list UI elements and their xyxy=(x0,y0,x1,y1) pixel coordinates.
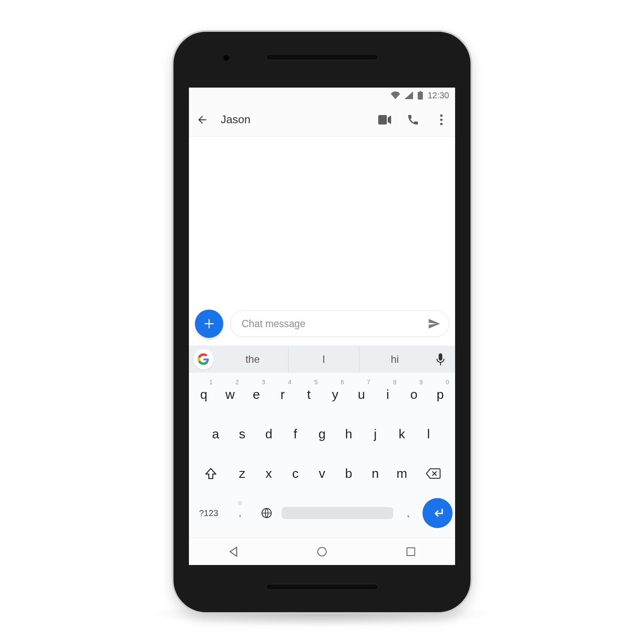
key-v[interactable]: v xyxy=(310,456,334,491)
key-k[interactable]: k xyxy=(389,416,414,452)
language-key[interactable] xyxy=(254,495,279,531)
send-button[interactable] xyxy=(427,317,441,331)
suggestion-3[interactable]: hi xyxy=(359,346,430,373)
bottom-speaker xyxy=(266,584,378,590)
key-n[interactable]: n xyxy=(363,456,388,491)
key-hint: 2 xyxy=(236,379,239,386)
key-g[interactable]: g xyxy=(310,416,334,452)
key-r[interactable]: r4 xyxy=(270,377,295,412)
nav-recents-button[interactable] xyxy=(404,544,418,559)
svg-point-5 xyxy=(440,122,443,125)
key-h[interactable]: h xyxy=(336,416,361,452)
key-z[interactable]: z xyxy=(230,456,255,491)
key-l[interactable]: l xyxy=(416,416,441,452)
key-hint: 1 xyxy=(209,379,213,386)
navigation-bar xyxy=(189,538,455,565)
key-hint: 0 xyxy=(446,379,449,386)
key-p[interactable]: p0 xyxy=(428,377,453,412)
cell-signal-icon xyxy=(404,91,413,99)
key-o[interactable]: o9 xyxy=(402,377,426,412)
key-hint: 6 xyxy=(340,379,344,386)
nav-home-button[interactable] xyxy=(315,544,329,559)
svg-rect-10 xyxy=(407,548,415,556)
svg-rect-1 xyxy=(419,91,421,92)
key-u[interactable]: u7 xyxy=(349,377,374,412)
comma-key[interactable]: ☺ , xyxy=(228,495,252,531)
phone-bottom-bezel xyxy=(173,565,471,612)
key-y[interactable]: y6 xyxy=(323,377,347,412)
key-e[interactable]: e3 xyxy=(244,377,268,412)
screen: 12:30 Jason xyxy=(189,88,455,565)
more-menu-button[interactable] xyxy=(434,113,448,127)
shift-key[interactable] xyxy=(194,456,228,491)
nav-back-button[interactable] xyxy=(226,544,240,559)
earpiece-speaker xyxy=(266,54,378,60)
svg-rect-0 xyxy=(418,92,423,100)
voice-input-button[interactable] xyxy=(430,353,451,365)
key-hint: 9 xyxy=(419,379,423,386)
svg-point-3 xyxy=(440,114,443,117)
space-key[interactable] xyxy=(282,498,393,528)
videocall-button[interactable] xyxy=(378,113,392,127)
wifi-icon xyxy=(391,91,400,99)
key-m[interactable]: m xyxy=(389,456,414,491)
front-camera xyxy=(223,55,229,61)
key-hint: 5 xyxy=(314,379,318,386)
contact-name: Jason xyxy=(221,113,366,126)
suggestion-1[interactable]: the xyxy=(217,346,288,373)
svg-rect-7 xyxy=(440,362,441,365)
key-hint: 8 xyxy=(393,379,397,386)
status-bar: 12:30 xyxy=(189,88,455,103)
battery-icon xyxy=(417,91,423,100)
svg-point-9 xyxy=(318,547,326,556)
key-hint: 7 xyxy=(367,379,371,386)
key-f[interactable]: f xyxy=(283,416,308,452)
emoji-icon: ☺ xyxy=(237,499,243,506)
svg-rect-2 xyxy=(378,115,387,125)
phone-top-bezel xyxy=(173,32,471,88)
period-key[interactable]: . xyxy=(396,495,421,531)
symbols-key[interactable]: ?123 xyxy=(191,495,226,531)
key-i[interactable]: i8 xyxy=(375,377,400,412)
key-b[interactable]: b xyxy=(336,456,361,491)
svg-rect-6 xyxy=(439,353,442,361)
message-input[interactable]: Chat message xyxy=(230,310,449,337)
phone-frame: 12:30 Jason xyxy=(172,30,472,614)
svg-point-4 xyxy=(440,118,443,121)
conversation-area[interactable] xyxy=(189,137,455,304)
key-x[interactable]: x xyxy=(256,456,281,491)
key-w[interactable]: w2 xyxy=(218,377,242,412)
compose-bar: Chat message xyxy=(189,304,455,346)
suggestion-bar: the I hi xyxy=(189,346,455,373)
key-j[interactable]: j xyxy=(363,416,388,452)
call-button[interactable] xyxy=(406,113,420,127)
enter-key[interactable] xyxy=(422,498,453,528)
app-bar: Jason xyxy=(189,103,455,137)
google-search-button[interactable] xyxy=(193,349,214,370)
backspace-key[interactable] xyxy=(416,456,450,491)
comma-label: , xyxy=(239,508,241,518)
key-d[interactable]: d xyxy=(256,416,281,452)
key-q[interactable]: q1 xyxy=(191,377,216,412)
suggestion-2[interactable]: I xyxy=(288,346,359,373)
key-c[interactable]: c xyxy=(283,456,308,491)
attach-button[interactable] xyxy=(195,310,223,338)
clock: 12:30 xyxy=(428,91,449,100)
message-placeholder: Chat message xyxy=(242,318,427,330)
key-a[interactable]: a xyxy=(203,416,228,452)
key-hint: 4 xyxy=(288,379,292,386)
key-t[interactable]: t5 xyxy=(297,377,321,412)
key-s[interactable]: s xyxy=(230,416,255,452)
keyboard: the I hi q1w2e3r4t5y6u7i8o9p0 asdfghjkl xyxy=(189,346,455,538)
key-hint: 3 xyxy=(262,379,265,386)
back-button[interactable] xyxy=(196,113,209,126)
